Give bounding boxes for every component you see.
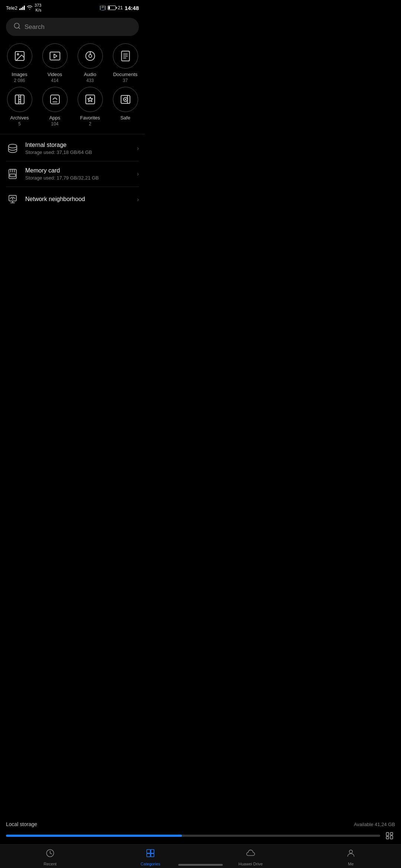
documents-count: 37	[123, 78, 128, 83]
network-text: Network neighborhood	[25, 196, 131, 204]
search-placeholder: Search	[25, 23, 45, 31]
wifi-icon	[27, 5, 33, 11]
search-bar[interactable]: Search	[6, 18, 139, 36]
carrier-label: Tele2	[6, 5, 17, 11]
status-left: Tele2 373K/s	[6, 3, 41, 13]
svg-rect-32	[10, 174, 16, 177]
archives-label: Archives	[10, 115, 29, 121]
safe-icon-circle	[113, 87, 138, 112]
category-favorites[interactable]: Favorites 2	[74, 87, 106, 126]
category-videos[interactable]: Videos 414	[39, 43, 71, 83]
network-chevron: ›	[137, 196, 139, 203]
svg-rect-21	[86, 95, 95, 104]
svg-marker-5	[54, 54, 57, 58]
status-bar: Tele2 373K/s 📳 21 14:48	[0, 0, 145, 14]
category-grid: Images 2 086 Videos 414 A	[0, 43, 145, 134]
audio-count: 433	[86, 78, 94, 83]
svg-line-1	[19, 27, 20, 29]
category-documents[interactable]: Documents 37	[110, 43, 141, 83]
images-icon-circle	[7, 43, 32, 69]
svg-point-27	[9, 144, 17, 148]
favorites-count: 2	[89, 121, 91, 126]
apps-icon-circle	[42, 87, 68, 112]
archives-icon-circle	[7, 87, 32, 112]
section-divider	[0, 134, 145, 134]
svg-point-3	[17, 54, 19, 55]
images-count: 2 086	[14, 78, 25, 83]
images-label: Images	[12, 72, 27, 77]
category-safe[interactable]: Safe	[110, 87, 141, 126]
apps-count: 104	[51, 121, 58, 126]
time-display: 14:48	[125, 5, 139, 11]
battery-percent: 21	[118, 5, 123, 10]
audio-label: Audio	[84, 72, 96, 77]
search-icon	[13, 22, 21, 32]
apps-label: Apps	[49, 115, 61, 121]
internal-storage-icon	[6, 142, 19, 155]
svg-rect-4	[50, 52, 60, 60]
svg-marker-22	[88, 97, 92, 102]
videos-icon-circle	[42, 43, 68, 69]
network-title: Network neighborhood	[25, 196, 131, 203]
internal-storage-title: Internal storage	[25, 142, 131, 148]
category-images[interactable]: Images 2 086	[4, 43, 35, 83]
memory-card-subtitle: Storage used: 17,79 GB/32,21 GB	[25, 175, 131, 181]
videos-label: Videos	[48, 72, 62, 77]
memory-card-icon	[6, 167, 19, 181]
internal-storage-chevron: ›	[137, 145, 139, 152]
svg-point-7	[89, 55, 92, 57]
safe-label: Safe	[120, 115, 130, 121]
svg-point-34	[12, 198, 13, 200]
memory-card-item[interactable]: Memory card Storage used: 17,79 GB/32,21…	[6, 161, 139, 187]
svg-rect-19	[50, 95, 59, 104]
videos-count: 414	[51, 78, 58, 83]
favorites-icon-circle	[78, 87, 103, 112]
memory-card-text: Memory card Storage used: 17,79 GB/32,21…	[25, 167, 131, 181]
category-apps[interactable]: Apps 104	[39, 87, 71, 126]
status-right: 📳 21 14:48	[100, 5, 139, 11]
network-icon	[6, 193, 19, 206]
svg-point-25	[125, 99, 126, 100]
documents-label: Documents	[113, 72, 138, 77]
internal-storage-subtitle: Storage used: 37,18 GB/64 GB	[25, 149, 131, 155]
network-speed: 373K/s	[35, 3, 41, 13]
memory-card-chevron: ›	[137, 171, 139, 177]
category-archives[interactable]: Archives 5	[4, 87, 35, 126]
signal-icon	[19, 6, 25, 10]
audio-icon-circle	[78, 43, 103, 69]
favorites-label: Favorites	[80, 115, 100, 121]
internal-storage-text: Internal storage Storage used: 37,18 GB/…	[25, 142, 131, 155]
storage-list: Internal storage Storage used: 37,18 GB/…	[0, 136, 145, 212]
network-item[interactable]: Network neighborhood ›	[6, 187, 139, 212]
archives-count: 5	[18, 121, 21, 126]
battery-icon	[108, 6, 116, 10]
memory-card-title: Memory card	[25, 167, 131, 174]
documents-icon-circle	[113, 43, 138, 69]
vibrate-icon: 📳	[100, 5, 106, 11]
category-audio[interactable]: Audio 433	[74, 43, 106, 83]
internal-storage-item[interactable]: Internal storage Storage used: 37,18 GB/…	[6, 136, 139, 161]
